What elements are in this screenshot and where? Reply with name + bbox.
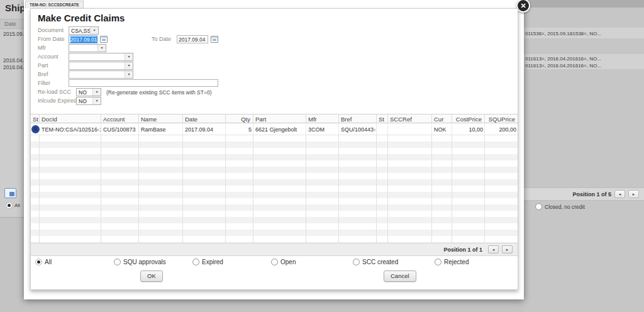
chevron-down-icon: ▾	[125, 62, 133, 69]
radio-all[interactable]: All	[35, 259, 114, 265]
to-date-input[interactable]: 2017.09.04	[177, 35, 208, 43]
background-position-label: Position 1 of 5	[572, 191, 611, 198]
mfr-cell: 3COM	[306, 124, 339, 135]
col-header-qty: Qty	[226, 114, 253, 123]
col-header-sccref: SCCRef	[388, 114, 432, 123]
background-prev-button[interactable]: ◂	[614, 190, 625, 198]
calendar-icon[interactable]	[100, 36, 108, 43]
make-credit-claims-dialog: TEM-NO: SCCSDCREATE ✕ Make Credit Claims…	[24, 0, 524, 299]
reload-scc-value: NO	[77, 89, 92, 96]
chevron-down-icon: ▾	[92, 98, 101, 104]
form-window-icon[interactable]	[4, 188, 16, 198]
bref-select[interactable]: ▾	[69, 70, 133, 79]
radio-all-label: All	[45, 259, 52, 265]
chevron-down-icon: ▾	[97, 45, 106, 52]
background-date-column-header: Date	[0, 19, 24, 29]
chevron-down-icon: ▾	[125, 53, 133, 60]
background-top-band	[524, 0, 644, 8]
cur-cell: NOK	[432, 124, 452, 135]
radio-icon	[192, 259, 199, 265]
prev-page-button[interactable]: ◂	[488, 245, 499, 254]
costprice-cell: 10,00	[452, 124, 485, 135]
background-next-button[interactable]: ▸	[628, 190, 639, 198]
include-expired-select[interactable]: NO ▾	[76, 97, 101, 105]
account-select-value	[69, 53, 125, 60]
radio-rejected[interactable]: Rejected	[435, 259, 516, 265]
bref-link[interactable]: SQU/100443-1	[339, 124, 377, 135]
status-badge: 9	[31, 125, 40, 133]
table-row: 9 TEM-NO:CSA/102516-1 CUS/100873 RamBase…	[31, 124, 518, 135]
sccref-cell	[388, 124, 432, 135]
dialog-tab[interactable]: TEM-NO: SCCSDCREATE	[25, 1, 84, 8]
col-header-st: St	[31, 114, 40, 123]
document-label: Document	[38, 27, 64, 33]
reload-scc-select[interactable]: NO ▾	[76, 88, 101, 96]
next-page-button[interactable]: ▸	[502, 245, 513, 254]
reload-scc-note: (Re-generate existing SCC items with ST=…	[106, 89, 211, 96]
background-record-text: 011613=, 2016.04.201616=, NO...	[525, 63, 643, 69]
col-header-st2: St	[377, 114, 388, 123]
col-header-account: Account	[101, 114, 139, 123]
col-header-date: Date	[183, 114, 226, 123]
background-closed-no-credit-radio[interactable]: Closed, no credit	[535, 203, 585, 210]
mfr-label: Mfr	[38, 45, 46, 51]
radio-open[interactable]: Open	[271, 259, 353, 265]
background-date-cell: 2016.04.	[3, 57, 24, 64]
radio-expired-label: Expired	[202, 259, 223, 265]
radio-scc-created[interactable]: SCC created	[353, 259, 435, 265]
col-header-cur: Cur	[432, 114, 452, 123]
col-header-squprice: SQUPrice	[485, 114, 518, 123]
mfr-select[interactable]: ▾	[69, 44, 106, 52]
cancel-button[interactable]: Cancel	[384, 270, 416, 282]
calendar-icon[interactable]	[211, 36, 218, 43]
background-record-text: 011613=, 2016.04.201616=, NO...	[525, 56, 643, 62]
radio-squ-approvals[interactable]: SQU approvals	[114, 259, 192, 265]
col-header-part: Part	[253, 114, 306, 123]
radio-icon	[271, 259, 278, 265]
col-header-docid: DocId	[40, 114, 101, 123]
document-select-value: CSA,SSA	[69, 27, 90, 34]
results-table-header: St DocId Account Name Date Qty Part Mfr …	[31, 114, 518, 123]
include-expired-value: NO	[77, 98, 92, 104]
radio-expired[interactable]: Expired	[192, 259, 271, 265]
dialog-title: Make Credit Claims	[38, 13, 125, 23]
date-cell: 2017.09.04	[183, 124, 226, 135]
bref-label: Bref	[38, 71, 48, 77]
background-all-radio-label: All	[14, 203, 20, 208]
col-header-mfr: Mfr	[306, 114, 339, 123]
part-select[interactable]: ▾	[69, 62, 133, 70]
form-window-icon-inner	[9, 192, 14, 196]
bref-select-value	[69, 71, 125, 78]
radio-icon	[353, 259, 360, 265]
document-select[interactable]: CSA,SSA ▾	[69, 26, 99, 35]
background-position-bar: Position 1 of 5 ◂ ▸	[524, 187, 644, 201]
background-all-radio[interactable]: All	[6, 202, 20, 209]
qty-cell: 5	[226, 124, 253, 135]
col-header-bref: Bref	[339, 114, 377, 123]
radio-rejected-label: Rejected	[444, 259, 469, 265]
background-date-cell: 2016.04.	[3, 64, 24, 70]
to-date-label: To Date	[152, 36, 171, 42]
background-page-title: Ship	[5, 3, 26, 13]
account-link[interactable]: CUS/100873	[101, 124, 139, 135]
radio-icon	[6, 202, 13, 209]
col-header-name: Name	[139, 114, 183, 123]
radio-open-label: Open	[280, 259, 296, 265]
filter-label: Filter	[38, 80, 50, 86]
docid-link[interactable]: TEM-NO:CSA/102516-1	[40, 124, 101, 135]
background-date-cell: 2015.09.	[3, 31, 24, 37]
part-link[interactable]: 6621 Gjengebolt	[253, 124, 306, 135]
part-label: Part	[38, 62, 48, 69]
radio-icon	[535, 203, 542, 210]
background-closed-no-credit-label: Closed, no credit	[545, 204, 585, 210]
from-date-value: 2017.09.01	[70, 36, 97, 43]
col-header-costprice: CostPrice	[452, 114, 485, 123]
squprice-cell: 200,00	[485, 124, 518, 135]
account-select[interactable]: ▾	[69, 53, 133, 61]
radio-icon	[435, 259, 441, 265]
radio-scc-created-label: SCC created	[362, 259, 398, 265]
from-date-input[interactable]: 2017.09.01	[69, 35, 97, 43]
ok-button[interactable]: OK	[140, 270, 163, 282]
filter-radio-group: All SQU approvals Expired Open SCC creat…	[35, 259, 513, 265]
filter-input[interactable]	[69, 79, 218, 87]
